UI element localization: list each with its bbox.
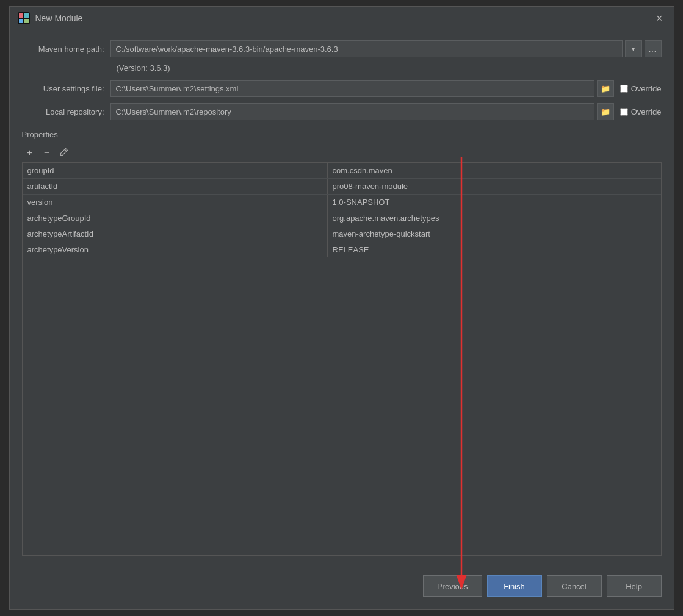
close-button[interactable]: × — [652, 12, 667, 25]
property-key: artifactId — [23, 179, 328, 194]
local-repo-row: Local repository: 📁 Override — [22, 103, 662, 120]
user-settings-browse-button[interactable]: 📁 — [597, 80, 614, 97]
table-row[interactable]: version 1.0-SNAPSHOT — [23, 195, 661, 210]
property-value: 1.0-SNAPSHOT — [328, 195, 661, 210]
dialog-footer: Previous Finish Cancel Help — [10, 565, 674, 609]
user-settings-override-checkbox[interactable] — [620, 85, 628, 93]
previous-button[interactable]: Previous — [423, 575, 482, 597]
svg-rect-3 — [19, 19, 23, 23]
properties-toolbar: + − — [22, 144, 662, 160]
app-icon — [17, 12, 31, 25]
user-settings-label: User settings file: — [22, 84, 110, 93]
maven-home-row: Maven home path: ▾ … — [22, 40, 662, 57]
local-repo-browse-button[interactable]: 📁 — [597, 103, 614, 120]
cancel-button[interactable]: Cancel — [547, 575, 602, 597]
property-key: groupId — [23, 163, 328, 178]
maven-home-browse-button[interactable]: … — [645, 40, 662, 57]
table-row[interactable]: archetypeGroupId org.apache.maven.archet… — [23, 210, 661, 226]
property-key: archetypeArtifactId — [23, 226, 328, 242]
properties-label: Properties — [22, 130, 662, 139]
property-value: org.apache.maven.archetypes — [328, 210, 661, 226]
help-button[interactable]: Help — [607, 575, 662, 597]
dialog-body: Maven home path: ▾ … (Version: 3.6.3) Us… — [10, 30, 674, 565]
local-repo-input[interactable] — [110, 103, 594, 120]
add-property-button[interactable]: + — [22, 144, 38, 160]
svg-rect-1 — [19, 13, 23, 18]
svg-rect-2 — [24, 13, 29, 18]
finish-button[interactable]: Finish — [487, 575, 542, 597]
local-repo-label: Local repository: — [22, 107, 110, 116]
property-key: archetypeVersion — [23, 242, 328, 257]
table-row[interactable]: archetypeArtifactId maven-archetype-quic… — [23, 226, 661, 242]
maven-home-input-group: ▾ … — [110, 40, 662, 57]
property-key: version — [23, 195, 328, 210]
property-value: RELEASE — [328, 242, 661, 257]
local-repo-override-checkbox[interactable] — [620, 108, 628, 116]
title-bar-left: New Module — [17, 12, 83, 25]
properties-table: groupId com.csdn.maven artifactId pro08-… — [22, 162, 662, 556]
maven-home-dropdown-button[interactable]: ▾ — [625, 40, 642, 57]
title-bar: New Module × — [10, 7, 674, 30]
user-settings-override-label[interactable]: Override — [620, 84, 662, 93]
edit-icon — [60, 148, 68, 156]
new-module-dialog: New Module × Maven home path: ▾ … (Versi… — [9, 6, 674, 610]
table-row[interactable]: artifactId pro08-maven-module — [23, 179, 661, 195]
properties-empty-area — [23, 257, 661, 355]
property-value: pro08-maven-module — [328, 179, 661, 194]
user-settings-input-group: 📁 Override — [110, 80, 662, 97]
property-value: com.csdn.maven — [328, 163, 661, 178]
property-value: maven-archetype-quickstart — [328, 226, 661, 242]
maven-home-input[interactable] — [110, 40, 623, 57]
svg-line-5 — [65, 149, 67, 151]
dialog-title: New Module — [35, 13, 83, 23]
remove-property-button[interactable]: − — [39, 144, 55, 160]
local-repo-override-text: Override — [631, 107, 662, 116]
local-repo-override-label[interactable]: Override — [620, 107, 662, 116]
user-settings-override-text: Override — [631, 84, 662, 93]
user-settings-row: User settings file: 📁 Override — [22, 80, 662, 97]
properties-section: Properties + − groupId com.csdn.maven ar… — [22, 130, 662, 556]
svg-rect-4 — [24, 19, 29, 23]
table-row[interactable]: archetypeVersion RELEASE — [23, 242, 661, 257]
user-settings-input[interactable] — [110, 80, 594, 97]
edit-property-button[interactable] — [56, 144, 72, 160]
table-row[interactable]: groupId com.csdn.maven — [23, 163, 661, 179]
property-key: archetypeGroupId — [23, 210, 328, 226]
local-repo-input-group: 📁 Override — [110, 103, 662, 120]
maven-home-label: Maven home path: — [22, 45, 110, 54]
version-hint: (Version: 3.6.3) — [117, 63, 662, 73]
